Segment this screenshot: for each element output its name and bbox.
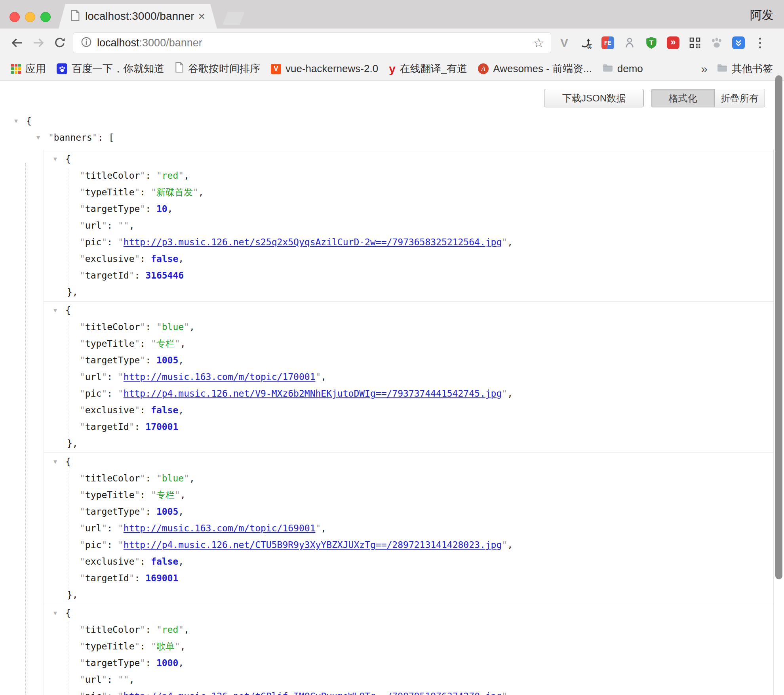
- json-token: :: [107, 372, 118, 382]
- url-path: :3000/banner: [139, 37, 202, 49]
- info-icon[interactable]: [80, 36, 92, 50]
- json-token: ": [156, 322, 162, 332]
- json-token: ": [80, 658, 85, 668]
- json-property-pic: "pic": "http://p4.music.126.net/V9-MXz6b…: [44, 385, 773, 402]
- bookmark-youdao-translate[interactable]: y 在线翻译_有道: [389, 62, 467, 76]
- json-link[interactable]: http://p4.music.126.net/V9-MXz6b2MNhEKju…: [124, 388, 502, 399]
- json-link[interactable]: http://music.163.com/m/topic/169001: [124, 523, 316, 533]
- close-window-button[interactable]: [10, 12, 20, 22]
- folder-icon: [717, 63, 727, 75]
- json-key: targetType: [85, 355, 140, 365]
- collapse-toggle-icon[interactable]: ▼: [14, 113, 21, 129]
- back-button[interactable]: [6, 32, 28, 53]
- tab-close-icon[interactable]: ×: [198, 10, 205, 22]
- json-tree: ▼{▼"banners": [▼{"titleColor": "red","ty…: [0, 113, 784, 695]
- json-number-value: 1005: [156, 506, 178, 517]
- bookmark-vue-hackernews[interactable]: V vue-hackernews-2.0: [271, 63, 378, 75]
- bookmark-awesomes[interactable]: A Awesomes - 前端资...: [478, 62, 592, 76]
- download-json-button[interactable]: 下载JSON数据: [544, 89, 644, 107]
- json-token: ": [80, 556, 85, 567]
- json-link[interactable]: http://music.163.com/m/topic/170001: [124, 372, 316, 382]
- collapse-toggle-icon[interactable]: ▼: [53, 453, 61, 470]
- json-token: ": [118, 523, 124, 533]
- json-property-exclusive: "exclusive": false,: [44, 553, 773, 570]
- json-string-value: 专栏: [156, 490, 175, 500]
- json-token: ": [80, 322, 85, 332]
- browser-tab[interactable]: localhost:3000/banner ×: [59, 4, 217, 29]
- folder-icon: [603, 63, 613, 75]
- json-array-boxes: ▼{"titleColor": "red","typeTitle": "新碟首发…: [44, 150, 774, 695]
- collapse-toggle-icon[interactable]: ▼: [53, 302, 61, 319]
- new-tab-button[interactable]: [223, 12, 245, 25]
- profile-name[interactable]: 阿发: [750, 7, 774, 23]
- json-token: ": [48, 132, 54, 143]
- format-button[interactable]: 格式化: [651, 89, 715, 107]
- bookmarks-overflow-chevron[interactable]: »: [701, 63, 708, 75]
- json-string-value: red: [162, 170, 179, 181]
- fe-extension-icon[interactable]: FE: [600, 35, 615, 50]
- json-number-value: 1005: [156, 355, 178, 365]
- json-token: ": [118, 540, 124, 550]
- json-number-value: 10: [156, 204, 167, 214]
- reload-button[interactable]: [49, 32, 70, 53]
- json-token: ": [315, 372, 321, 382]
- json-token: ": [140, 170, 145, 181]
- browser-menu-icon[interactable]: [755, 38, 765, 48]
- json-token: :: [98, 132, 109, 143]
- json-token: ,: [180, 641, 186, 651]
- vue-devtools-icon[interactable]: V: [557, 35, 572, 50]
- scrollbar-thumb[interactable]: [775, 75, 782, 579]
- minimize-window-button[interactable]: [25, 12, 35, 22]
- json-token: ": [80, 254, 85, 264]
- json-token: :: [107, 691, 118, 695]
- json-token: [: [108, 132, 114, 143]
- thunder-extension-icon[interactable]: [731, 35, 746, 50]
- json-token: ": [134, 187, 140, 197]
- other-bookmarks-folder[interactable]: 其他书签: [717, 62, 773, 76]
- maximize-window-button[interactable]: [40, 12, 51, 22]
- json-link[interactable]: http://p3.music.126.net/s25q2x5QyqsAzilC…: [124, 237, 502, 247]
- json-token: ": [80, 338, 85, 349]
- json-number-value: 169001: [145, 573, 178, 583]
- json-key: typeTitle: [85, 641, 135, 651]
- json-property-targetType: "targetType": 1005,: [44, 352, 773, 369]
- json-token: ": [175, 490, 180, 500]
- json-token: ": [151, 490, 156, 500]
- banner-item-open: ▼{: [44, 302, 773, 319]
- banner-item-open: ▼{: [44, 453, 773, 470]
- bookmark-apps[interactable]: 应用: [11, 62, 46, 76]
- json-token: {: [26, 116, 32, 126]
- collapse-toggle-icon[interactable]: ▼: [53, 605, 61, 621]
- bookmark-google-sort[interactable]: 谷歌按时间排序: [175, 62, 260, 76]
- json-link[interactable]: http://p4.music.126.net/CTU5B9R9y3XyYBZX…: [124, 540, 502, 550]
- json-link[interactable]: http://p4.music.126.net/tGPljf-IMOCyPvum…: [124, 691, 502, 695]
- collapse-toggle-icon[interactable]: ▼: [36, 129, 44, 146]
- video-clip-extension-icon[interactable]: »: [666, 35, 681, 50]
- json-token: ": [80, 473, 85, 483]
- json-token: ": [80, 490, 85, 500]
- shield-extension-icon[interactable]: T: [644, 35, 659, 50]
- json-token: ": [129, 270, 135, 281]
- json-token: ,: [129, 220, 135, 231]
- json-token: ": [80, 674, 85, 685]
- svg-text:英: 英: [587, 44, 592, 50]
- bookmark-demo-folder[interactable]: demo: [603, 63, 643, 75]
- translate-extension-icon[interactable]: 英: [578, 35, 594, 50]
- collapse-toggle-icon[interactable]: ▼: [53, 151, 61, 167]
- bookmark-star-icon[interactable]: ☆: [533, 36, 544, 49]
- json-token: ": [134, 405, 140, 415]
- json-token: ": [80, 573, 85, 583]
- json-property-exclusive: "exclusive": false,: [44, 250, 773, 267]
- paw-extension-icon[interactable]: [709, 35, 724, 50]
- json-token: ": [134, 490, 140, 500]
- json-token: :: [145, 473, 156, 483]
- banner-item-box: ▼{"titleColor": "blue","typeTitle": "专栏"…: [44, 453, 774, 604]
- person-extension-icon[interactable]: [622, 35, 637, 50]
- qr-code-extension-icon[interactable]: [687, 35, 702, 50]
- address-bar[interactable]: localhost :3000/banner ☆: [73, 32, 551, 53]
- json-token: :: [107, 523, 118, 533]
- bookmark-baidu[interactable]: 百度一下，你就知道: [57, 62, 164, 76]
- forward-button[interactable]: [28, 32, 49, 53]
- json-key: targetType: [85, 204, 140, 214]
- collapse-all-button[interactable]: 折叠所有: [715, 89, 765, 107]
